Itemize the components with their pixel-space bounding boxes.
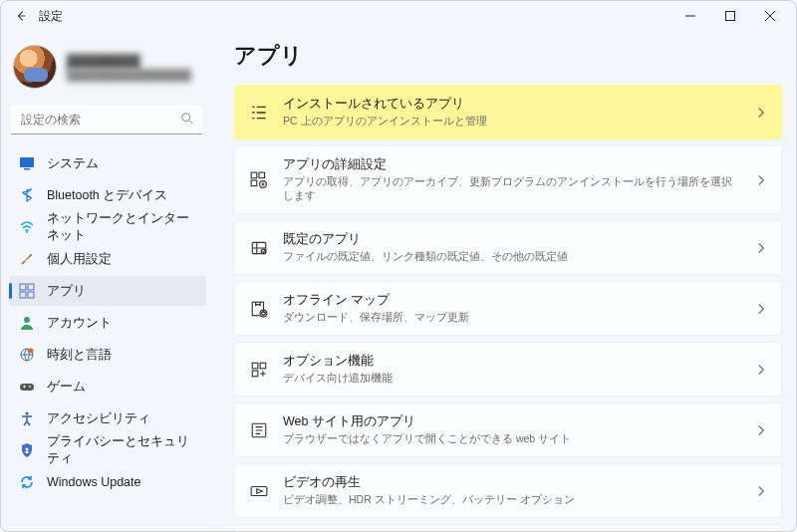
card-sub: デバイス向け追加機能 xyxy=(283,372,741,386)
chevron-right-icon xyxy=(755,107,767,119)
card-sub: ファイルの既定値、リンク種類の既定値、その他の既定値 xyxy=(283,250,741,264)
svg-rect-18 xyxy=(251,180,257,186)
svg-rect-7 xyxy=(20,292,26,298)
svg-point-4 xyxy=(26,231,28,233)
settings-card-0[interactable]: インストールされているアプリPC 上のアプリのアンインストールと管理 xyxy=(234,85,782,139)
sidebar-item-label: アプリ xyxy=(47,283,86,300)
sidebar-item-4[interactable]: アプリ xyxy=(9,276,206,306)
chevron-right-icon xyxy=(755,424,767,436)
sidebar-item-5[interactable]: アカウント xyxy=(9,308,206,338)
chevron-right-icon xyxy=(755,303,767,315)
sidebar-item-0[interactable]: システム xyxy=(9,148,206,178)
card-icon xyxy=(249,299,269,319)
maximize-button[interactable] xyxy=(710,2,750,30)
profile-sub: ████████████████ xyxy=(67,69,191,81)
sidebar-item-6[interactable]: 時刻と言語 xyxy=(9,340,206,370)
card-title: Web サイト用のアプリ xyxy=(283,413,741,430)
brush-icon xyxy=(19,251,35,267)
card-sub: ビデオ調整、HDR ストリーミング、バッテリー オプション xyxy=(283,493,741,507)
chevron-right-icon xyxy=(755,485,767,497)
globe-icon xyxy=(19,347,35,363)
settings-card-3[interactable]: オフライン マップダウンロード、保存場所、マップ更新 xyxy=(234,281,782,336)
svg-rect-12 xyxy=(20,384,34,391)
card-icon xyxy=(249,481,269,501)
sidebar-item-label: アカウント xyxy=(47,315,112,332)
svg-point-9 xyxy=(24,317,30,323)
sidebar-item-label: ネットワークとインターネット xyxy=(47,210,196,244)
sidebar-item-label: アクセシビリティ xyxy=(47,410,150,427)
sidebar-item-label: Bluetooth とデバイス xyxy=(47,187,167,204)
card-title: ビデオの再生 xyxy=(283,474,741,491)
grid-icon xyxy=(19,283,35,299)
card-title: オフライン マップ xyxy=(283,292,741,309)
card-sub: PC 上のアプリのアンインストールと管理 xyxy=(283,115,741,129)
svg-point-14 xyxy=(26,412,29,415)
settings-card-4[interactable]: オプション機能デバイス向け追加機能 xyxy=(234,342,782,397)
search-input[interactable] xyxy=(11,105,202,134)
titlebar: 設定 xyxy=(1,1,796,31)
card-title: アプリの詳細設定 xyxy=(283,156,741,173)
close-button[interactable] xyxy=(750,2,790,30)
settings-card-1[interactable]: アプリの詳細設定アプリの取得、アプリのアーカイブ、更新プログラムのアンインストー… xyxy=(234,145,782,214)
profile[interactable]: ████████ ████████████████ xyxy=(9,39,206,103)
💻-icon xyxy=(19,155,35,171)
bt-icon xyxy=(19,187,35,203)
settings-card-2[interactable]: 既定のアプリファイルの既定値、リンク種類の既定値、その他の既定値 xyxy=(234,220,782,275)
card-title: オプション機能 xyxy=(283,353,741,370)
sidebar-item-label: システム xyxy=(47,155,99,172)
svg-rect-24 xyxy=(252,363,258,369)
svg-point-13 xyxy=(29,386,31,388)
shield-icon xyxy=(19,442,35,458)
chevron-right-icon xyxy=(755,174,767,186)
sidebar-item-3[interactable]: 個人用設定 xyxy=(9,244,206,274)
settings-card-7[interactable]: スタートアップサインイン時に自動的に開始されるアプリ xyxy=(234,524,782,531)
svg-rect-17 xyxy=(259,172,265,178)
access-icon xyxy=(19,410,35,426)
settings-card-6[interactable]: ビデオの再生ビデオ調整、HDR ストリーミング、バッテリー オプション xyxy=(234,463,782,518)
sidebar-item-label: Windows Update xyxy=(47,475,141,489)
svg-rect-8 xyxy=(28,292,34,298)
nav: システムBluetooth とデバイスネットワークとインターネット個人用設定アプ… xyxy=(9,148,206,497)
svg-rect-6 xyxy=(28,284,34,290)
svg-rect-5 xyxy=(20,284,26,290)
minimize-button[interactable] xyxy=(670,2,710,30)
svg-point-11 xyxy=(29,349,34,354)
game-icon xyxy=(19,379,35,395)
sidebar-item-8[interactable]: アクセシビリティ xyxy=(9,403,206,433)
settings-card-5[interactable]: Web サイト用のアプリブラウザーではなくアプリで開くことができる web サイ… xyxy=(234,402,782,457)
sidebar: ████████ ████████████████ システムBluetooth … xyxy=(1,31,210,531)
search-icon xyxy=(180,112,194,126)
sidebar-item-label: プライバシーとセキュリティ xyxy=(47,433,196,467)
profile-name: ████████ xyxy=(67,54,191,69)
card-title: インストールされているアプリ xyxy=(283,96,741,113)
card-title: 既定のアプリ xyxy=(283,231,741,248)
svg-rect-28 xyxy=(251,486,267,495)
sidebar-item-label: 時刻と言語 xyxy=(47,347,112,364)
svg-rect-0 xyxy=(726,12,735,21)
search xyxy=(11,105,202,134)
sidebar-item-10[interactable]: Windows Update xyxy=(9,467,206,497)
main: アプリ インストールされているアプリPC 上のアプリのアンインストールと管理アプ… xyxy=(210,31,796,531)
sidebar-item-label: 個人用設定 xyxy=(47,251,112,268)
svg-rect-26 xyxy=(252,371,258,377)
page-title: アプリ xyxy=(234,41,782,71)
sidebar-item-1[interactable]: Bluetooth とデバイス xyxy=(9,180,206,210)
card-sub: ダウンロード、保存場所、マップ更新 xyxy=(283,311,741,325)
card-sub: ブラウザーではなくアプリで開くことができる web サイト xyxy=(283,432,741,446)
card-icon xyxy=(249,103,269,123)
card-icon xyxy=(249,170,269,190)
back-button[interactable] xyxy=(7,2,35,30)
window-title: 設定 xyxy=(39,8,63,25)
svg-point-1 xyxy=(182,114,190,122)
person-icon xyxy=(19,315,35,331)
sidebar-item-9[interactable]: プライバシーとセキュリティ xyxy=(9,435,206,465)
card-icon xyxy=(249,360,269,380)
card-icon xyxy=(249,238,269,258)
sidebar-item-label: ゲーム xyxy=(47,379,86,396)
svg-rect-25 xyxy=(260,363,266,369)
sidebar-item-7[interactable]: ゲーム xyxy=(9,372,206,401)
sidebar-item-2[interactable]: ネットワークとインターネット xyxy=(9,212,206,242)
avatar xyxy=(13,45,57,89)
card-sub: アプリの取得、アプリのアーカイブ、更新プログラムのアンインストールを行う場所を選… xyxy=(283,175,741,203)
svg-rect-16 xyxy=(251,172,257,178)
